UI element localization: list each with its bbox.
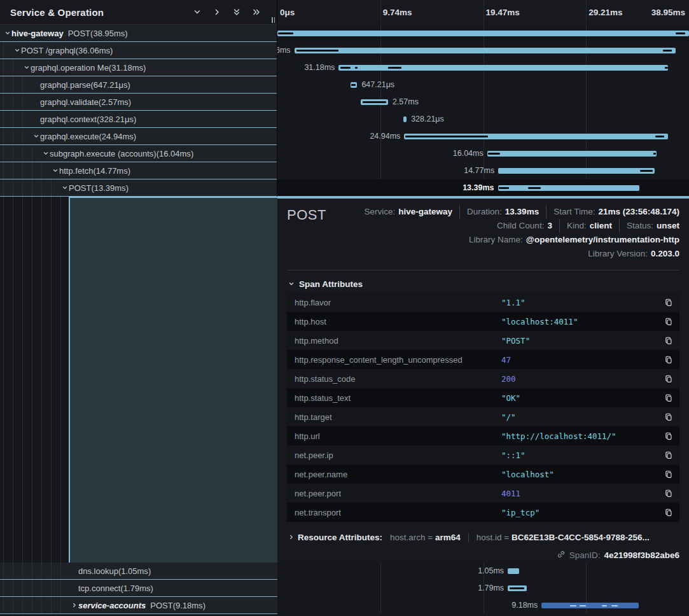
tree-header-icons xyxy=(192,7,261,17)
meta-label: Child Count: xyxy=(497,221,544,230)
indent-spacer xyxy=(70,567,78,575)
child-span-tick xyxy=(528,187,541,189)
span-bar[interactable] xyxy=(498,185,639,191)
timeline-ruler: 0μs9.74ms19.47ms29.21ms38.95ms xyxy=(277,0,689,25)
double-chevron-down-icon[interactable] xyxy=(232,7,242,17)
attribute-value: "/" xyxy=(501,412,663,422)
attribute-key: http.flavor xyxy=(295,298,501,307)
copy-icon[interactable] xyxy=(663,507,674,518)
meta-field: Child Count:3 xyxy=(497,219,552,233)
chevron-down-icon[interactable] xyxy=(22,64,31,72)
span-bar[interactable] xyxy=(487,151,657,157)
ruler-tick-label: 19.47ms xyxy=(486,0,520,25)
attribute-value: "localhost" xyxy=(501,470,663,479)
copy-icon[interactable] xyxy=(663,449,674,461)
span-duration: 9.18ms xyxy=(173,601,205,610)
chevron-down-icon[interactable] xyxy=(60,184,69,192)
copy-icon[interactable] xyxy=(663,373,674,384)
copy-icon[interactable] xyxy=(663,430,674,442)
child-span-tick xyxy=(388,67,401,69)
copy-icon[interactable] xyxy=(663,468,674,480)
ruler-tick-label: 29.21ms xyxy=(588,0,622,25)
attribute-row: http.method"POST" xyxy=(287,331,679,350)
span-tree-row[interactable]: graphql.context328.21μs xyxy=(0,111,277,128)
attribute-value: "localhost:4011" xyxy=(501,317,663,326)
attribute-value: "POST" xyxy=(501,336,663,346)
selected-span-detail-spacer xyxy=(69,197,277,563)
copy-icon[interactable] xyxy=(663,316,674,327)
timeline-pane: 0μs9.74ms19.47ms29.21ms38.95ms 6ms31.18m… xyxy=(277,0,689,616)
chevron-down-icon[interactable] xyxy=(32,132,40,141)
attribute-key: http.status_code xyxy=(295,374,501,384)
span-duration: 1.05ms xyxy=(118,566,151,576)
span-tree-row[interactable]: service-accountsPOST9.18ms xyxy=(0,597,277,614)
span-tree-row[interactable]: subgraph.execute (accounts)16.04ms xyxy=(0,145,277,162)
operation-name: graphql.context xyxy=(40,115,97,124)
meta-label: Start Time: xyxy=(553,207,595,216)
indent-guides xyxy=(0,42,13,59)
resource-value: BC62E13B-C4CC-5854-9788-256... xyxy=(512,533,650,542)
span-duration-label: 647.21μs xyxy=(361,76,394,94)
attribute-row: net.peer.port4011 xyxy=(287,484,679,503)
timeline-rows-bottom: 1.05ms1.79ms9.18ms xyxy=(277,563,689,616)
meta-field: Kind:client xyxy=(559,219,612,233)
copy-icon[interactable] xyxy=(663,392,674,403)
span-id-value: 4e21998f3b82abe6 xyxy=(604,550,679,560)
span-tree-row[interactable]: POST /graphql36.06ms xyxy=(0,42,277,59)
span-bar[interactable] xyxy=(403,116,407,122)
span-meta-line: Library Name:@opentelemetry/instrumentat… xyxy=(326,233,679,247)
meta-label: Duration: xyxy=(467,207,502,216)
double-chevron-right-icon[interactable] xyxy=(251,7,261,17)
span-bar[interactable] xyxy=(295,48,676,53)
pane-resize-handle[interactable] xyxy=(272,17,275,23)
span-tree-row[interactable]: graphql.validate2.57ms xyxy=(0,94,277,111)
chevron-right-icon[interactable] xyxy=(70,601,78,610)
meta-field: Duration:13.39ms xyxy=(459,205,539,219)
child-span-tick xyxy=(296,50,338,52)
attribute-key: http.url xyxy=(295,431,501,441)
span-tree-row[interactable]: dns.lookup1.05ms xyxy=(0,563,277,580)
chevron-right-icon[interactable] xyxy=(212,7,222,17)
child-span-tick xyxy=(488,153,500,155)
copy-icon[interactable] xyxy=(663,297,674,308)
timeline-row: 647.21μs xyxy=(277,76,689,94)
span-tree-row[interactable]: hive-gatewayPOST38.95ms xyxy=(0,25,277,42)
chevron-down-icon[interactable] xyxy=(51,167,59,175)
indent-guides xyxy=(0,162,51,179)
chevron-down-icon[interactable] xyxy=(3,29,11,38)
chevron-down-icon[interactable] xyxy=(192,7,202,17)
span-bar[interactable] xyxy=(498,168,654,174)
span-bar[interactable] xyxy=(508,568,518,574)
indent-guides xyxy=(0,145,41,162)
span-tree-row[interactable]: graphql.operation Me31.18ms xyxy=(0,59,277,76)
span-tree-row[interactable]: graphql.parse647.21μs xyxy=(0,76,277,94)
span-bar[interactable] xyxy=(277,31,689,36)
attribute-key: net.peer.port xyxy=(295,489,501,498)
copy-icon[interactable] xyxy=(663,411,674,423)
ruler-gridline xyxy=(586,0,587,25)
indent-spacer xyxy=(70,584,78,592)
meta-field: Service:hive-gateway xyxy=(364,205,452,219)
copy-icon[interactable] xyxy=(663,487,674,499)
resource-attributes-row[interactable]: Resource Attributes:host.arch = arm64hos… xyxy=(287,529,679,545)
link-icon[interactable] xyxy=(557,550,566,561)
timeline-rows: 6ms31.18ms647.21μs2.57ms328.21μs24.94ms1… xyxy=(277,25,689,197)
span-meta-line: Child Count:3Kind:clientStatus:unset xyxy=(326,219,679,233)
timeline-row: 31.18ms xyxy=(277,59,689,76)
span-tree-row[interactable]: POST13.39ms xyxy=(0,179,277,197)
chevron-right-icon[interactable] xyxy=(287,533,295,542)
span-tree-row[interactable]: graphql.execute24.94ms xyxy=(0,128,277,145)
span-tree-row[interactable]: tcp.connect1.79ms xyxy=(0,580,277,597)
span-attributes-toggle[interactable]: Span Attributes xyxy=(287,276,679,291)
copy-icon[interactable] xyxy=(663,335,674,346)
span-bar[interactable] xyxy=(541,603,638,608)
chevron-down-icon[interactable] xyxy=(13,46,21,55)
attribute-key: net.peer.name xyxy=(295,470,501,479)
span-tree-row[interactable]: http.fetch14.77ms xyxy=(0,162,277,179)
attribute-key: net.transport xyxy=(295,508,501,517)
chevron-down-icon[interactable] xyxy=(41,150,50,158)
operation-name: graphql.parse xyxy=(40,80,91,90)
span-detail-panel: POST Service:hive-gatewayDuration:13.39m… xyxy=(277,196,689,563)
span-tree-bottom: dns.lookup1.05mstcp.connect1.79msservice… xyxy=(0,563,277,614)
copy-icon[interactable] xyxy=(663,354,674,365)
